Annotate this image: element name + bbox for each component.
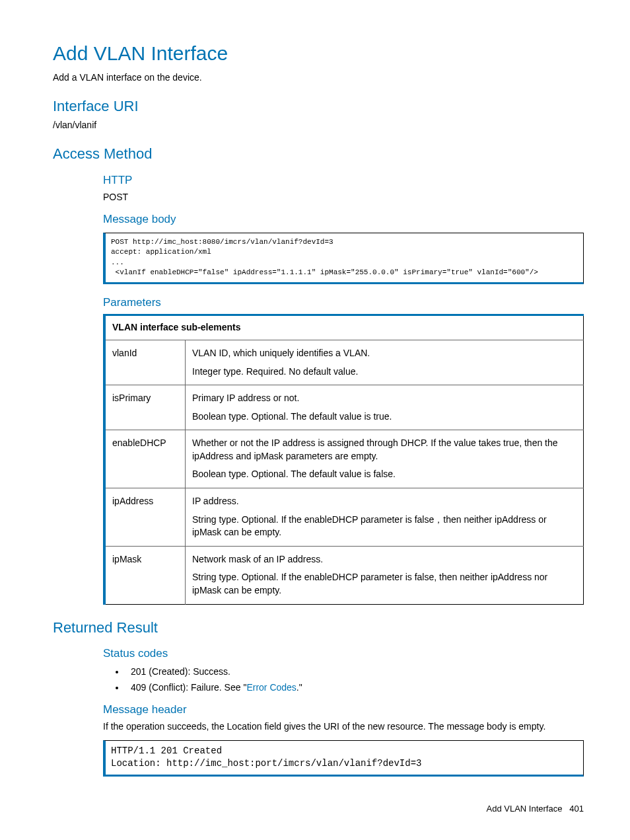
param-desc: Whether or not the IP address is assigne… (186, 430, 584, 488)
param-desc: Network mask of an IP address. String ty… (186, 546, 584, 604)
message-body-code: POST http://imc_host:8080/imcrs/vlan/vla… (103, 233, 584, 284)
list-item: 201 (Created): Success. (125, 666, 584, 679)
message-header-heading: Message header (103, 702, 584, 718)
status-codes-heading: Status codes (103, 646, 584, 662)
message-header-text: If the operation succeeds, the Location … (103, 720, 584, 734)
access-method-heading: Access Method (53, 144, 584, 165)
status-codes-list: 201 (Created): Success. 409 (Conflict): … (103, 666, 584, 694)
http-heading: HTTP (103, 172, 584, 188)
page-footer: Add VLAN Interface 401 (53, 803, 584, 815)
page-title: Add VLAN Interface (53, 40, 584, 67)
table-row: vlanId VLAN ID, which uniquely identifie… (104, 340, 584, 385)
message-header-code: HTTP/1.1 201 Created Location: http://im… (103, 740, 584, 777)
http-method: POST (103, 191, 584, 204)
table-row: enableDHCP Whether or not the IP address… (104, 430, 584, 488)
table-row: ipMask Network mask of an IP address. St… (104, 546, 584, 604)
footer-page-number: 401 (569, 804, 584, 814)
param-name: ipAddress (104, 488, 186, 547)
returned-result-heading: Returned Result (53, 618, 584, 638)
param-name: enableDHCP (104, 430, 186, 488)
param-name: vlanId (104, 340, 186, 385)
param-desc: Primary IP address or not. Boolean type.… (186, 385, 584, 430)
error-codes-link[interactable]: Error Codes (246, 682, 296, 693)
param-name: isPrimary (104, 385, 186, 430)
parameters-heading: Parameters (103, 295, 584, 311)
table-header: VLAN interface sub-elements (104, 315, 584, 340)
interface-uri-value: /vlan/vlanif (53, 119, 584, 132)
parameters-table: VLAN interface sub-elements vlanId VLAN … (103, 314, 584, 604)
table-row: isPrimary Primary IP address or not. Boo… (104, 385, 584, 430)
param-desc: VLAN ID, which uniquely identifies a VLA… (186, 340, 584, 385)
footer-label: Add VLAN Interface (487, 804, 563, 814)
param-desc: IP address. String type. Optional. If th… (186, 488, 584, 547)
list-item: 409 (Conflict): Failure. See "Error Code… (125, 681, 584, 695)
interface-uri-heading: Interface URI (53, 96, 584, 117)
table-row: ipAddress IP address. String type. Optio… (104, 488, 584, 547)
param-name: ipMask (104, 546, 186, 604)
intro-text: Add a VLAN interface on the device. (53, 71, 584, 85)
message-body-heading: Message body (103, 211, 584, 227)
